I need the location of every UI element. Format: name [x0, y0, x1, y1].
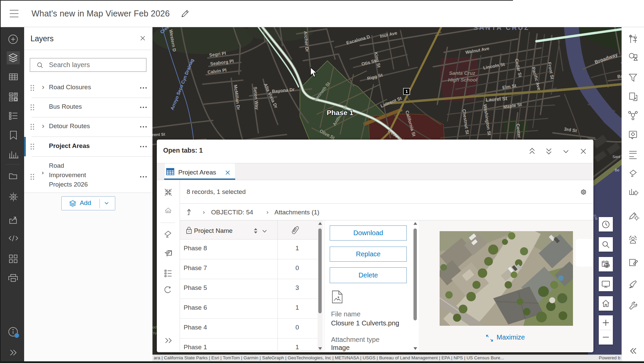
svg-text:Sant: Sant — [613, 155, 620, 159]
svg-text:High School: High School — [448, 77, 477, 83]
svg-text:od: od — [152, 325, 157, 329]
svg-text:Santa Cruz: Santa Cruz — [449, 70, 475, 76]
svg-text:rent St: rent St — [152, 132, 165, 137]
svg-text:Ye: Ye — [152, 331, 157, 335]
svg-text:1: 1 — [405, 89, 408, 94]
svg-text:Phase 1: Phase 1 — [327, 109, 353, 116]
svg-text:SANTA CRUZ: SANTA CRUZ — [473, 27, 530, 31]
svg-text:Be: Be — [615, 168, 619, 172]
